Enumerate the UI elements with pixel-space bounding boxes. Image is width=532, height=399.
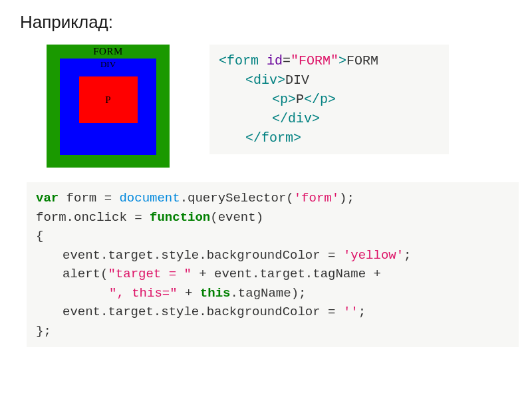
p-label: P [105,94,110,106]
code-line: </div> [219,109,440,128]
code-line: <div>DIV [219,70,440,90]
top-row: FORM DIV P <form id="FORM">FORM <div>DIV… [47,45,512,168]
html-code-block: <form id="FORM">FORM <div>DIV <p>P</p> <… [209,45,449,154]
code-line: event.target.style.backgroundColor = 'ye… [36,246,509,265]
code-line: </form> [219,128,440,148]
code-line: <p>P</p> [219,90,440,109]
slide-heading: Наприклад: [20,12,512,33]
slide: Наприклад: FORM DIV P <form id="FORM">FO… [0,0,532,399]
code-line: var form = document.querySelector('form'… [36,189,509,208]
code-line: alert("target = " + event.target.tagName… [36,265,509,284]
code-line: form.onclick = function(event) [36,208,509,227]
nested-box-form: FORM DIV P [47,45,170,168]
nested-box-div: DIV P [60,59,156,155]
form-label: FORM [93,45,123,57]
code-line: { [36,227,509,246]
nested-box-p: P [79,76,138,123]
code-line: <form id="FORM">FORM [219,51,440,70]
code-line: event.target.style.backgroundColor = ''; [36,303,509,322]
js-code-block: var form = document.querySelector('form'… [27,182,519,347]
div-label: DIV [100,59,116,70]
code-line: }; [36,322,509,341]
code-line: ", this=" + this.tagName); [36,284,509,303]
